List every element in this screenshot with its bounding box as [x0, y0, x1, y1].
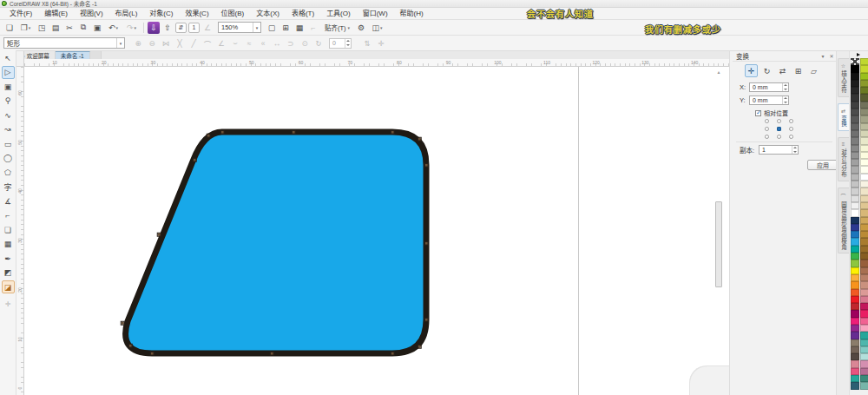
docker-tab-align-distribute[interactable]: ≡ 对齐与分布 — [838, 137, 849, 181]
color-swatch[interactable] — [851, 137, 859, 144]
curve-node-handle[interactable] — [207, 135, 210, 137]
copies-input[interactable]: 1 — [759, 145, 799, 155]
shape-preset-combo[interactable]: 矩形 ▾ — [3, 37, 125, 49]
color-swatch[interactable] — [851, 195, 859, 202]
color-swatch[interactable] — [851, 231, 859, 238]
color-swatch[interactable] — [860, 360, 868, 367]
toolbar-button[interactable]: ▾ — [141, 22, 146, 34]
color-swatch[interactable] — [851, 109, 859, 115]
artistic-media-tool[interactable]: ↝ — [2, 123, 15, 136]
color-swatch[interactable] — [860, 246, 868, 253]
color-swatch[interactable] — [860, 231, 868, 238]
curve-node-handle[interactable] — [151, 352, 154, 355]
zoom-combo-dropdown-icon[interactable]: ▾ — [253, 23, 260, 32]
menu-item[interactable]: 工具(O) — [320, 8, 357, 19]
menu-item[interactable]: 帮助(H) — [394, 8, 430, 19]
color-swatch[interactable] — [851, 202, 859, 209]
color-swatch[interactable] — [851, 296, 859, 303]
curve-node-handle[interactable] — [418, 138, 421, 141]
node-edit-button[interactable]: ⊖ — [147, 37, 157, 49]
color-swatch[interactable] — [860, 188, 868, 194]
export-button[interactable]: ⇧▾ — [161, 22, 174, 34]
docker-tab-insert-character[interactable]: ☆ 插入字符 — [838, 58, 849, 97]
color-swatch[interactable] — [860, 102, 868, 109]
text-tool[interactable]: 字 — [2, 181, 15, 194]
node-edit-button[interactable]: ⊕ — [133, 37, 143, 49]
color-swatch[interactable] — [860, 159, 868, 166]
color-swatch[interactable] — [860, 353, 868, 360]
zoom-level-combo[interactable]: 150% ▾ — [218, 22, 261, 33]
color-swatch[interactable] — [851, 123, 859, 130]
color-swatch[interactable] — [851, 115, 859, 122]
color-swatch[interactable] — [860, 137, 868, 144]
curve-node-handle[interactable] — [293, 131, 295, 134]
color-swatch[interactable] — [851, 310, 859, 317]
new-tab-button[interactable] — [90, 51, 102, 59]
color-swatch[interactable] — [851, 166, 859, 173]
menu-item[interactable]: 位图(B) — [215, 8, 251, 19]
y-spinner[interactable] — [782, 96, 788, 104]
single-page-view-button[interactable]: 1▾ — [188, 23, 200, 33]
color-swatch[interactable] — [851, 238, 859, 245]
color-swatch[interactable] — [860, 346, 868, 353]
color-eyedropper-tool[interactable]: ✒ — [2, 252, 15, 265]
node-edit-button[interactable]: ⌒ — [202, 37, 213, 49]
palette-flyout-icon[interactable] — [857, 53, 860, 56]
color-swatch[interactable] — [851, 188, 859, 194]
node-edit-button[interactable]: ╱ — [188, 37, 199, 49]
color-swatch[interactable] — [851, 353, 859, 360]
color-swatch[interactable] — [851, 152, 859, 159]
color-swatch[interactable] — [860, 382, 868, 389]
node-edit-button[interactable]: ✛ — [376, 37, 386, 49]
color-swatch[interactable] — [860, 296, 868, 303]
anchor-point-radio[interactable] — [789, 119, 793, 123]
color-swatch[interactable] — [851, 375, 859, 382]
menu-item[interactable]: 窗口(W) — [357, 8, 394, 19]
anchor-point-radio[interactable] — [789, 127, 793, 131]
copies-spinner[interactable] — [792, 146, 798, 154]
rotation-angle-spinbox[interactable]: 0 — [329, 38, 352, 49]
color-swatch[interactable] — [851, 267, 859, 274]
smart-fill-tool[interactable]: ◪ — [2, 280, 15, 293]
anchor-point-radio[interactable] — [777, 127, 781, 131]
copy-button[interactable]: ⧉▾ — [77, 22, 89, 34]
color-swatch[interactable] — [860, 195, 868, 202]
curve-node-handle[interactable] — [271, 352, 273, 355]
color-swatch[interactable] — [860, 202, 868, 209]
quick-customize-button[interactable]: ✛ — [3, 299, 14, 310]
color-swatch[interactable] — [860, 115, 868, 122]
interactive-fill-tool[interactable]: ◩ — [2, 267, 15, 280]
color-swatch[interactable] — [860, 339, 868, 346]
color-swatch[interactable] — [851, 65, 859, 72]
color-swatch[interactable] — [851, 332, 859, 339]
zoom-tool[interactable]: ⚲ — [2, 95, 15, 108]
open-button[interactable]: ❐▾ — [17, 22, 34, 34]
blue-rounded-trapezoid-shape[interactable] — [126, 132, 426, 353]
curve-node-handle[interactable] — [129, 345, 132, 347]
color-swatch[interactable] — [860, 87, 868, 94]
ellipse-tool[interactable]: ◯ — [2, 152, 15, 165]
curve-node-handle[interactable] — [418, 346, 421, 348]
menu-item[interactable]: 布局(L) — [109, 8, 144, 19]
curve-node-handle[interactable] — [425, 319, 428, 321]
vertical-ruler[interactable]: 6050403020100 — [16, 67, 24, 395]
shape-tool[interactable]: ▷ — [2, 66, 15, 79]
x-spinner[interactable] — [782, 83, 788, 91]
color-swatch[interactable] — [860, 166, 868, 173]
color-swatch[interactable] — [860, 145, 868, 152]
curve-node-handle[interactable] — [158, 234, 161, 236]
color-swatch[interactable] — [860, 325, 868, 332]
color-swatch[interactable] — [860, 310, 868, 317]
color-swatch[interactable] — [860, 130, 868, 137]
color-swatch[interactable] — [851, 368, 859, 375]
transform-size-tab[interactable]: ⊞ — [792, 64, 805, 77]
show-grid-button[interactable]: ▦▾ — [293, 22, 306, 34]
curve-node-handle[interactable] — [122, 322, 124, 325]
color-swatch[interactable] — [860, 260, 868, 267]
tab-untitled-document[interactable]: 未命名 -1 — [56, 51, 90, 59]
freehand-tool[interactable]: ∿ — [2, 109, 15, 122]
color-swatch[interactable] — [851, 73, 859, 80]
color-swatch[interactable] — [860, 238, 868, 245]
x-input[interactable]: 0 mm — [749, 82, 789, 92]
save-button[interactable]: ◳▾ — [36, 22, 48, 34]
